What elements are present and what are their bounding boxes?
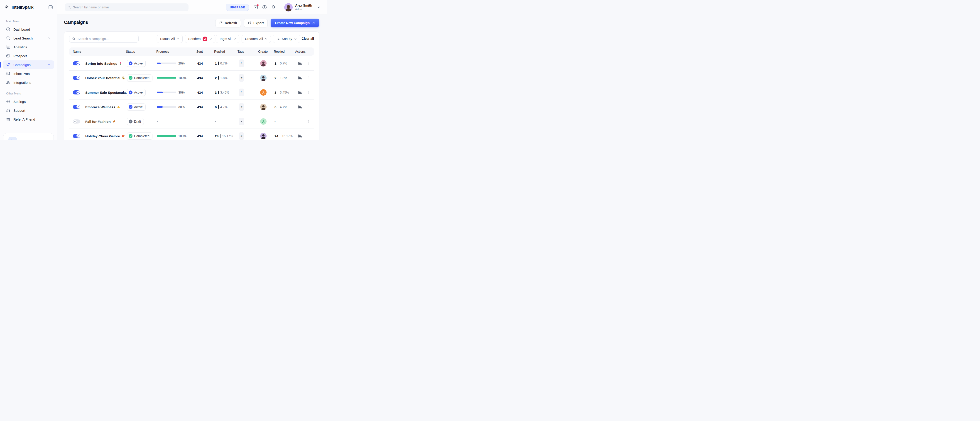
divider <box>280 3 280 11</box>
arrow-up-right-icon <box>312 22 315 24</box>
campaign-name: Holiday Cheer Galore <box>85 134 125 138</box>
stats-icon[interactable] <box>298 134 302 138</box>
sidebar-item-lead-search[interactable]: Lead Search <box>3 34 54 43</box>
search-icon <box>6 36 10 40</box>
campaign-search[interactable] <box>69 35 138 43</box>
campaign-toggle[interactable] <box>73 61 80 65</box>
status-dot-icon <box>129 134 132 138</box>
nav-section-label: Main Menu <box>6 20 57 23</box>
kebab-menu-icon[interactable] <box>306 120 310 124</box>
sidebar-item-refer-a-friend[interactable]: Refer A Friend <box>3 115 54 124</box>
refresh-button[interactable]: Refresh <box>215 19 241 27</box>
filter-creators[interactable]: Creators: All <box>242 35 271 43</box>
export-label: Export <box>253 21 264 25</box>
global-search-input[interactable] <box>73 5 186 9</box>
column-header-name: Name <box>73 50 81 53</box>
filter-creators-label: Creators: All <box>245 37 263 41</box>
table-row[interactable]: Unlock Your PotentialCompleted100%43421.… <box>69 71 314 85</box>
clear-all-button[interactable]: Clear all <box>302 37 314 41</box>
sidebar-item-campaigns[interactable]: Campaigns <box>3 61 54 69</box>
kebab-menu-icon[interactable] <box>306 134 310 138</box>
sidebar-collapse-icon[interactable] <box>48 5 53 10</box>
user-menu-chevron-down-icon[interactable] <box>317 6 320 9</box>
stats-icon[interactable] <box>298 61 302 65</box>
sidebar-promo-card[interactable] <box>3 133 54 140</box>
campaigns-table-card: Status: All Senders 2 Tags: All Creators… <box>64 31 319 140</box>
headset-icon <box>6 108 10 113</box>
status-dot-icon <box>129 90 132 94</box>
sort-icon <box>276 37 280 41</box>
filter-senders[interactable]: Senders 2 <box>185 35 215 43</box>
sidebar-item-label: Analytics <box>13 45 27 49</box>
toggle-knob <box>76 62 80 65</box>
chevron-right-icon <box>47 36 51 40</box>
global-search[interactable] <box>65 3 189 11</box>
user-role: Admin <box>295 8 312 11</box>
campaign-toggle[interactable] <box>73 105 80 109</box>
campaign-toggle[interactable] <box>73 120 80 124</box>
campaign-toggle[interactable] <box>73 90 80 94</box>
creator-avatar <box>260 60 267 67</box>
sidebar-item-integrations[interactable]: Integrations <box>3 78 54 87</box>
gear-icon <box>6 99 10 104</box>
progress-label: 20% <box>178 62 185 65</box>
sidebar-item-label: Refer A Friend <box>13 117 35 121</box>
filter-status[interactable]: Status: All <box>157 35 183 43</box>
table-row[interactable]: Fall for FashionDraft----- <box>69 114 314 129</box>
table-row[interactable]: Spring into SavingsActive20%43410.7%#10.… <box>69 56 314 71</box>
bell-icon[interactable] <box>271 5 276 10</box>
column-header-sent: Sent <box>187 50 203 53</box>
chevron-down-icon <box>209 38 212 40</box>
analytics-icon <box>6 45 10 49</box>
upgrade-button[interactable]: UPGRADE <box>226 4 249 11</box>
table-row[interactable]: Summer Sale Spectacula...Active30%43433.… <box>69 85 314 100</box>
kebab-menu-icon[interactable] <box>306 76 310 80</box>
mail-icon[interactable] <box>253 5 258 10</box>
replied-value: 33.45% <box>275 90 289 94</box>
table-row[interactable]: Embrace WellnessActive30%43464.7%#64.7% <box>69 100 314 114</box>
campaign-toggle[interactable] <box>73 134 80 138</box>
sidebar-item-dashboard[interactable]: Dashboard <box>3 25 54 33</box>
brand-name: IntelliSpark <box>11 5 33 10</box>
status-badge: Completed <box>127 132 153 139</box>
replied-value: 21.8% <box>275 76 287 80</box>
sidebar-item-inbox-pros[interactable]: Inbox Pros <box>3 69 54 78</box>
sidebar-item-settings[interactable]: Settings <box>3 97 54 106</box>
kebab-menu-icon[interactable] <box>306 105 310 109</box>
stats-icon[interactable] <box>298 76 302 80</box>
sidebar-item-label: Integrations <box>13 81 31 85</box>
filter-tags-label: Tags: All <box>219 37 231 41</box>
status-dot-icon <box>129 61 132 65</box>
help-icon[interactable] <box>262 5 267 10</box>
sidebar-item-support[interactable]: Support <box>3 106 54 115</box>
stats-icon[interactable] <box>298 105 302 109</box>
sidebar-item-prospect[interactable]: Prospect <box>3 51 54 60</box>
create-campaign-button[interactable]: Create New Campaign <box>270 19 319 27</box>
column-header-tags: Tags <box>237 50 244 53</box>
campaign-toggle[interactable] <box>73 76 80 80</box>
table-row[interactable]: Holiday Cheer GaloreCompleted100%4342415… <box>69 129 314 140</box>
sent-value: 434 <box>187 76 203 80</box>
notification-dot <box>257 4 259 6</box>
export-button[interactable]: Export <box>244 19 268 27</box>
kebab-menu-icon[interactable] <box>306 61 310 65</box>
sent-value: - <box>187 120 203 123</box>
filter-senders-label: Senders <box>188 37 200 41</box>
sidebar-item-analytics[interactable]: Analytics <box>3 43 54 51</box>
status-badge: Active <box>127 89 146 96</box>
sidebar-item-label: Campaigns <box>13 63 30 67</box>
mail-icon <box>6 54 10 58</box>
sent-value: 434 <box>187 105 203 109</box>
user-avatar[interactable] <box>284 3 293 11</box>
filter-tags[interactable]: Tags: All <box>216 35 239 43</box>
column-header-actions: Actions <box>295 50 305 53</box>
kebab-menu-icon[interactable] <box>306 90 310 94</box>
user-info[interactable]: Alex Smith Admin <box>295 4 312 11</box>
stats-icon[interactable] <box>298 90 302 94</box>
filter-sort[interactable]: Sort by <box>273 35 300 43</box>
sidebar: IntelliSpark Main MenuDashboardLead Sear… <box>0 0 57 140</box>
leaf-icon <box>112 120 116 123</box>
campaign-search-input[interactable] <box>78 37 136 41</box>
active-indicator <box>0 62 1 68</box>
status-badge: Active <box>127 103 146 110</box>
